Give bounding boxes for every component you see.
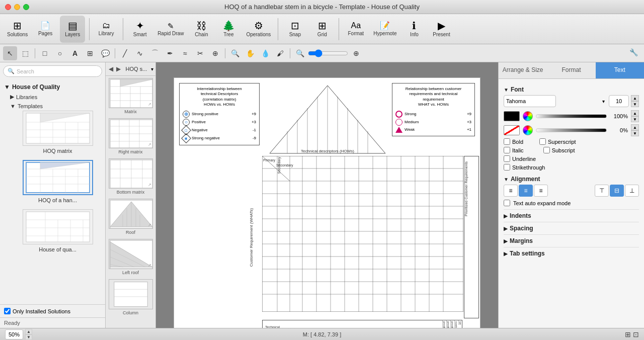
toolbar-format[interactable]: Aa Format [343, 16, 368, 43]
toolbar-smart[interactable]: ✦ Smart [127, 16, 152, 43]
only-installed-checkbox[interactable] [4, 308, 11, 314]
nav-forward-arrow[interactable]: ▶ [115, 64, 122, 73]
font-size-input[interactable] [609, 95, 629, 107]
tab-text[interactable]: Text [596, 62, 644, 78]
table-tool[interactable]: ⊞ [83, 46, 97, 60]
bg-color-swatch[interactable] [504, 125, 520, 135]
toolbar-info[interactable]: ℹ Info [401, 16, 427, 43]
bg-opacity-down[interactable]: ▼ [631, 130, 639, 136]
toolbar-tree[interactable]: 🌲 Tree [216, 16, 241, 43]
legend-strong-pos: ⊕ Strong positive +9 [183, 111, 256, 118]
bg-opacity-slider[interactable] [536, 128, 607, 132]
text-opacity-up[interactable]: ▲ [631, 110, 639, 116]
bg-color-picker[interactable] [523, 125, 533, 135]
zoom-up[interactable]: ▲ [25, 329, 32, 334]
font-section-header[interactable]: ▼ Font [504, 84, 639, 95]
marquee-tool[interactable]: ⬚ [18, 46, 32, 60]
nav-dropdown-arrow[interactable]: ▾ [151, 66, 153, 72]
font-name-select[interactable]: Tahoma Arial Times New Roman [504, 95, 556, 107]
toolbar-pages[interactable]: 📄 Pages [33, 16, 58, 43]
toolbar-chain[interactable]: ⛓ Chain [189, 16, 214, 43]
arc-tool[interactable]: ⌒ [148, 46, 162, 60]
superscript-checkbox[interactable] [539, 138, 546, 145]
dropper-tool[interactable]: 💧 [258, 46, 272, 60]
bg-opacity-up[interactable]: ▲ [631, 124, 639, 130]
note-tool[interactable]: 💬 [98, 46, 112, 60]
tab-settings-section[interactable]: ▶ Tab settings [504, 247, 639, 260]
tree-libraries[interactable]: ▶ Libraries [2, 92, 103, 102]
toolbar-operations[interactable]: ⚙ Operations [243, 16, 274, 43]
toolbar-hypernote[interactable]: 📝 Hypernote [370, 16, 399, 43]
text-color-swatch[interactable] [504, 111, 520, 121]
zoom-out-btn[interactable]: 🔍 [293, 46, 307, 60]
ellipse-tool[interactable]: ○ [53, 46, 67, 60]
fullscreen-button[interactable] [23, 4, 29, 10]
select-tool[interactable]: ↖ [3, 46, 17, 60]
toolbar-library[interactable]: 🗂 Library [94, 16, 119, 43]
nav-back-arrow[interactable]: ◀ [108, 64, 114, 73]
margins-section[interactable]: ▶ Margins [504, 234, 639, 247]
align-top-btn[interactable]: ⊤ [595, 185, 609, 197]
nav-thumb-matrix[interactable]: ↗ Matrix [108, 78, 153, 114]
rectangle-tool[interactable]: □ [38, 46, 52, 60]
curve-tool[interactable]: ∿ [133, 46, 147, 60]
zoom-down[interactable]: ▼ [25, 334, 32, 340]
toolbar-rapid-draw[interactable]: ✎ Rapid Draw [154, 16, 187, 43]
zoom-in-btn[interactable]: ⊕ [349, 46, 363, 60]
tree-root[interactable]: ▼ House of Quality [2, 82, 103, 92]
view-icon-2[interactable]: ⊡ [633, 330, 639, 338]
paint-tool[interactable]: 🖌 [273, 46, 287, 60]
strikethrough-checkbox[interactable] [504, 164, 510, 171]
align-bottom-btn[interactable]: ⊥ [625, 185, 639, 197]
tab-arrange-size[interactable]: Arrange & Size [499, 62, 547, 78]
connect-tool[interactable]: ⊕ [208, 46, 222, 60]
pen-tool[interactable]: ✒ [163, 46, 177, 60]
align-left-btn[interactable]: ≡ [504, 185, 518, 197]
align-right-btn[interactable]: ≡ [534, 185, 548, 197]
toolbar-present[interactable]: ▶ Present [429, 16, 454, 43]
hand-tool[interactable]: ✋ [243, 46, 257, 60]
font-size-up[interactable]: ▲ [631, 95, 639, 101]
template-hoq-matrix[interactable]: HOQ matrix [12, 111, 103, 154]
toolbar-grid[interactable]: ⊞ Grid [309, 16, 335, 43]
tree-templates[interactable]: ▼ Templates [2, 102, 103, 111]
align-middle-btn[interactable]: ⊟ [610, 185, 624, 197]
only-installed-row[interactable]: Only Installed Solutions [0, 304, 105, 317]
toolbar-layers[interactable]: ▤ Layers [60, 16, 85, 43]
template-hoq-handlebar[interactable]: HOQ of a han... [12, 160, 103, 203]
zoom-slider[interactable] [308, 49, 348, 57]
zoom-input[interactable] [5, 329, 23, 339]
indents-section[interactable]: ▶ Indents [504, 209, 639, 222]
minimize-button[interactable] [14, 4, 20, 10]
alignment-header[interactable]: ▼ Alignment [504, 174, 639, 185]
text-opacity-down[interactable]: ▼ [631, 116, 639, 122]
split-tool[interactable]: ✂ [193, 46, 207, 60]
toolbar-snap[interactable]: ⊡ Snap [282, 16, 307, 43]
text-auto-expand-checkbox[interactable] [504, 200, 510, 206]
bold-checkbox[interactable] [504, 138, 510, 145]
nav-thumb-left-roof[interactable]: ↗ Left roof [108, 239, 153, 275]
nav-thumb-roof[interactable]: ↗ Roof [108, 199, 153, 235]
view-icon-1[interactable]: ⊞ [625, 330, 631, 338]
template-house-quality[interactable]: House of qua... [12, 209, 103, 252]
canvas-area[interactable]: Interrelationship between technical Desc… [156, 62, 498, 328]
nav-thumb-right-matrix[interactable]: ↗ Right matrix [108, 118, 153, 154]
line-tool[interactable]: ╱ [118, 46, 132, 60]
bezier-tool[interactable]: ≈ [178, 46, 192, 60]
toolbar-solutions[interactable]: ⊞ Solutions [4, 16, 31, 43]
close-button[interactable] [5, 4, 11, 10]
subscript-checkbox[interactable] [543, 147, 550, 153]
zoom-in-tool[interactable]: 🔍 [228, 46, 242, 60]
nav-thumb-bottom-matrix[interactable]: ↗ Bottom matrix [108, 158, 153, 195]
underline-checkbox[interactable] [504, 155, 510, 162]
spacing-section[interactable]: ▶ Spacing [504, 222, 639, 234]
font-size-down[interactable]: ▼ [631, 101, 639, 107]
nav-thumb-column[interactable]: Column [108, 279, 153, 315]
text-tool[interactable]: A [68, 46, 82, 60]
search-box[interactable]: 🔍 Search [3, 65, 102, 77]
italic-checkbox[interactable] [504, 147, 510, 153]
align-center-btn[interactable]: ≡ [519, 185, 533, 197]
tab-format[interactable]: Format [547, 62, 595, 78]
text-opacity-slider[interactable] [536, 114, 607, 118]
text-color-picker[interactable] [523, 111, 533, 121]
